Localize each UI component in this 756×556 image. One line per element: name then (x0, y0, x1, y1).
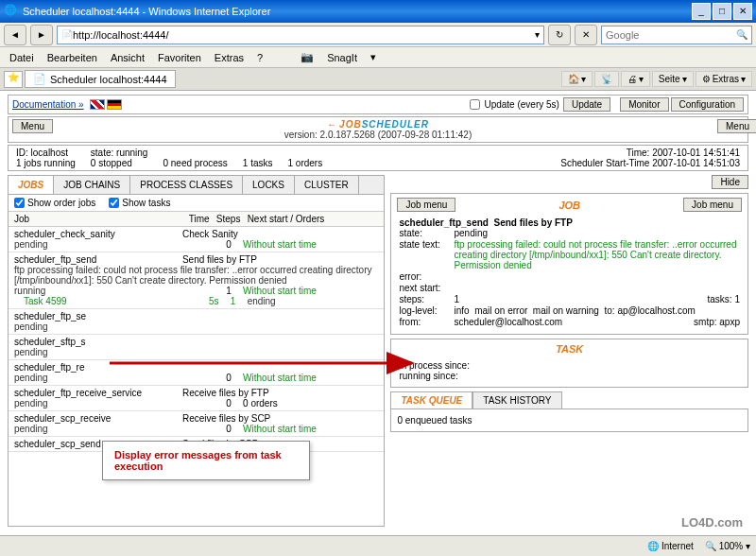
ie-statusbar: 🌐 Internet 🔍 100% ▾ (0, 535, 756, 556)
internet-zone: 🌐 Internet (647, 541, 694, 551)
job-menu-right[interactable]: Job menu (683, 198, 742, 212)
job-item[interactable]: scheduler_scp_receiveReceive files by SC… (9, 411, 384, 437)
auto-update-checkbox[interactable] (470, 99, 480, 110)
job-list-header: Job Time Steps Next start / Orders (9, 212, 384, 227)
close-button[interactable]: ✕ (733, 3, 752, 20)
menu-favoriten[interactable]: Favoriten (152, 50, 207, 65)
job-list[interactable]: scheduler_check_sanityCheck Sanitypendin… (9, 227, 384, 526)
host-id: ID: localhost (16, 148, 76, 158)
search-input[interactable] (606, 29, 736, 41)
tab-task-queue[interactable]: TASK QUEUE (390, 391, 472, 408)
task-panel-title: TASK (397, 343, 742, 355)
task-panel: TASK in process since: running since: (390, 339, 748, 388)
queue-body: 0 enqueued tasks (390, 408, 748, 432)
version-label: version: 2.0.187.5268 (2007-09-28 01:11:… (44, 130, 712, 140)
job-panel-title: JOB (455, 200, 683, 211)
globe-icon: 🌐 (647, 541, 659, 551)
menu-help[interactable]: ? (251, 50, 268, 65)
snagit-label: SnagIt (321, 50, 363, 65)
fav-button[interactable]: ⭐ (4, 71, 23, 88)
tab-icon: 📄 (33, 73, 46, 85)
search-icon[interactable]: 🔍 (736, 29, 747, 40)
search-box[interactable]: 🔍 (601, 26, 752, 44)
window-titlebar: 🌐 Scheduler localhost:4444 - Windows Int… (0, 0, 756, 23)
start-time: Scheduler Start-Time 2007-10-01 14:51:03 (560, 158, 740, 168)
minimize-button[interactable]: _ (692, 3, 711, 20)
snagit-icon: 📷 (295, 49, 319, 65)
chevron-down-icon: ▾ (365, 49, 382, 65)
ie-icon: 🌐 (4, 4, 19, 19)
task-queue-panel: TASK QUEUE TASK HISTORY 0 enqueued tasks (390, 391, 748, 432)
doc-bar: Documentation » Update (every 5s) Update… (8, 95, 748, 114)
job-item[interactable]: scheduler_ftp_repending0Without start ti… (9, 360, 384, 386)
stop-button[interactable]: ✕ (575, 25, 597, 45)
tab-locks[interactable]: LOCKS (243, 176, 295, 194)
error-label: error: (399, 271, 454, 282)
browser-tabs: ⭐ 📄 Scheduler localhost:4444 🏠▾ 📡 🖨▾ Sei… (0, 68, 756, 91)
steps-value: 1 (454, 294, 459, 304)
col-next: Next start / Orders (248, 214, 379, 224)
stopped-count: 0 stopped (91, 158, 148, 168)
col-time: Time (172, 214, 210, 224)
in-process-since: in process since: (399, 360, 740, 371)
home-button[interactable]: 🏠▾ (561, 71, 593, 87)
show-order-jobs-checkbox[interactable]: Show order jobs (14, 198, 95, 208)
flag-de-icon[interactable] (107, 99, 122, 110)
dropdown-icon[interactable]: ▾ (535, 29, 540, 40)
watermark: LO4D.com (681, 515, 743, 530)
current-time: Time: 2007-10-01 14:51:41 (560, 148, 740, 158)
col-steps: Steps (210, 214, 248, 224)
show-tasks-checkbox[interactable]: Show tasks (109, 198, 170, 208)
flag-gb-icon[interactable] (90, 99, 105, 110)
job-menu-left[interactable]: Job menu (397, 198, 455, 212)
job-item[interactable]: scheduler_ftp_receive_serviceReceive fil… (9, 386, 384, 411)
job-item[interactable]: scheduler_check_sanityCheck Sanitypendin… (9, 227, 384, 252)
monitor-button[interactable]: Monitor (620, 97, 668, 112)
page-content: Documentation » Update (every 5s) Update… (0, 91, 756, 535)
print-button[interactable]: 🖨▾ (621, 71, 650, 87)
update-button[interactable]: Update (563, 97, 610, 112)
job-desc: Send files by FTP (494, 217, 573, 228)
job-item[interactable]: scheduler_ftp_sepending (9, 309, 384, 335)
window-title: Scheduler localhost:4444 - Windows Inter… (23, 6, 692, 17)
job-item[interactable]: scheduler_sftp_spending (9, 335, 384, 360)
job-item[interactable]: scheduler_ftp_sendSend files by FTPftp p… (9, 252, 384, 309)
page-button[interactable]: Seite ▾ (652, 71, 694, 87)
job-detail-panel: Job menu JOB Job menu scheduler_ftp_send… (390, 193, 748, 335)
menu-button-right[interactable]: Menu (717, 119, 756, 133)
zoom-level[interactable]: 🔍 100% ▾ (705, 541, 750, 551)
col-job: Job (14, 214, 172, 224)
menu-extras[interactable]: Extras (209, 50, 249, 65)
job-state-text: ftp processing failed: could not process… (454, 239, 740, 270)
configuration-button[interactable]: Configuration (671, 97, 744, 112)
jobs-running: 1 jobs running (16, 158, 76, 168)
browser-nav: ◄ ► 📄 ▾ ↻ ✕ 🔍 (0, 23, 756, 47)
tab-task-history[interactable]: TASK HISTORY (472, 391, 561, 408)
tab-process-classes[interactable]: PROCESS CLASSES (130, 176, 243, 194)
back-button[interactable]: ◄ (4, 25, 26, 45)
next-start-label: next start: (399, 283, 454, 293)
tab-job-chains[interactable]: JOB CHAINS (54, 176, 130, 194)
address-bar[interactable]: 📄 ▾ (57, 26, 544, 44)
tab-label: Scheduler localhost:4444 (50, 74, 167, 85)
maximize-button[interactable]: □ (713, 3, 731, 20)
refresh-button[interactable]: ↻ (548, 25, 571, 45)
auto-update-label: Update (every 5s) (484, 99, 558, 110)
browser-tab[interactable]: 📄 Scheduler localhost:4444 (25, 70, 176, 88)
menu-datei[interactable]: Datei (4, 50, 40, 65)
browser-menubar: Datei Bearbeiten Ansicht Favoriten Extra… (0, 47, 756, 68)
hide-button[interactable]: Hide (712, 175, 748, 189)
tools-button[interactable]: ⚙ Extras ▾ (696, 71, 752, 87)
url-input[interactable] (73, 29, 535, 41)
forward-button[interactable]: ► (30, 25, 53, 45)
menu-bearbeiten[interactable]: Bearbeiten (42, 50, 103, 65)
tab-cluster[interactable]: CLUSTER (295, 176, 359, 194)
snagit-toolbar[interactable]: 📷 SnagIt ▾ (289, 47, 387, 67)
state-running: state: running (91, 148, 148, 158)
feeds-button[interactable]: 📡 (594, 71, 619, 87)
documentation-link[interactable]: Documentation » (12, 99, 84, 110)
menu-ansicht[interactable]: Ansicht (105, 50, 150, 65)
tab-jobs[interactable]: JOBS (9, 176, 54, 194)
app-header: Menu ←JOBSCHEDULER version: 2.0.187.5268… (8, 116, 748, 143)
orders-count: 1 orders (288, 158, 323, 168)
